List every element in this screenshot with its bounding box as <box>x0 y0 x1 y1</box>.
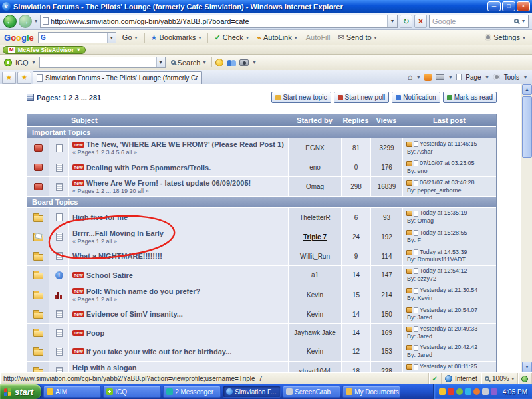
taskbar-item-aim[interactable]: AIM <box>43 386 101 398</box>
topic-pages-links[interactable]: « Pages 1 2 3 4 5 6 all » <box>72 149 137 156</box>
address-url[interactable]: http://www.simviation.com/cgi-bin/yabb2/… <box>51 17 385 25</box>
scroll-up-arrow[interactable]: ▲ <box>522 84 532 95</box>
taskbar-item-icq[interactable]: ICQ <box>103 386 161 398</box>
start-button[interactable]: start <box>0 384 41 399</box>
last-post-author[interactable]: By: Romulus111VADT <box>406 256 466 264</box>
contacts-icon[interactable] <box>227 59 236 66</box>
topic-starter-link[interactable]: eno <box>288 158 341 176</box>
topic-starter-link[interactable]: Kevin <box>288 285 341 305</box>
refresh-button[interactable]: ↻ <box>400 15 412 28</box>
topic-subject-link[interactable]: The New, 'WHERE ARE WE FROM?' (Please Re… <box>86 140 284 148</box>
last-post-author[interactable]: By: Kevin <box>406 295 432 303</box>
topic-subject-link[interactable]: Brrrr...Fall Moving In Early <box>72 229 164 237</box>
send-to-button[interactable]: ✉Send to▾ <box>336 33 379 43</box>
topic-subject-link[interactable]: High five for me <box>72 213 128 221</box>
forward-button[interactable]: → <box>19 15 32 28</box>
last-post-author[interactable]: By: Jared <box>406 352 432 360</box>
feeds-icon[interactable] <box>424 74 432 81</box>
last-post-icon[interactable] <box>406 180 412 186</box>
google-search-dropdown[interactable]: ▾ <box>107 33 116 43</box>
last-post-author[interactable]: By: pepper_airborne <box>406 187 462 195</box>
smiley-icon[interactable] <box>215 59 223 66</box>
mcafee-siteadvisor-button[interactable]: M McAfee SiteAdvisor ▾ <box>3 46 86 54</box>
topic-starter-link[interactable]: Jayhawk Jake <box>288 324 341 342</box>
topic-subject-link[interactable]: If you take your wife out for her birthd… <box>86 348 232 356</box>
page-menu-button[interactable]: Page <box>466 74 481 81</box>
google-search-input[interactable]: G ▾ <box>38 32 116 43</box>
topic-subject-link[interactable]: School Satire <box>86 271 133 279</box>
last-post-icon[interactable] <box>406 327 412 332</box>
topic-subject-link[interactable]: Evidence of SimV insanity... <box>86 310 183 318</box>
last-post-icon[interactable] <box>406 211 412 216</box>
topic-subject-link[interactable]: Help with a slogan <box>72 364 137 372</box>
topic-starter-link[interactable]: stuart1044 <box>288 362 341 372</box>
taskbar-item-my-documents[interactable]: My Documents <box>342 386 400 398</box>
tab-active[interactable]: Simviation Forums - The Pilots' Lounge (… <box>33 71 202 84</box>
last-post-icon[interactable] <box>406 345 412 350</box>
tray-icon-7[interactable] <box>491 388 497 395</box>
topic-pages-links[interactable]: « Pages 1 2 ... 18 19 20 all » <box>72 188 149 194</box>
back-button[interactable]: ← <box>3 15 17 28</box>
google-go-button[interactable]: Go▾ <box>120 33 140 42</box>
google-settings-button[interactable]: Settings▾ <box>483 33 528 42</box>
topic-starter-link[interactable]: EGNX <box>288 138 341 158</box>
scrollbar-thumb[interactable] <box>522 96 532 158</box>
topic-subject-link[interactable]: Where Are We From! - latest update 06/09… <box>86 179 251 187</box>
last-post-icon[interactable] <box>406 307 412 313</box>
start-new-poll-button[interactable]: Start new poll <box>334 92 390 103</box>
favorites-center-button[interactable]: ★ <box>2 72 16 84</box>
icq-dropdown[interactable]: ▾ <box>32 59 36 65</box>
topic-starter-link[interactable]: Willit_Run <box>288 247 341 265</box>
icq-flower-icon[interactable] <box>4 59 12 66</box>
taskbar-item-simviation[interactable]: Simviation F... <box>223 386 281 398</box>
last-post-author[interactable]: By: Ashar <box>406 148 433 156</box>
topic-subject-link[interactable]: Which name do you prefer? <box>104 287 200 295</box>
spellcheck-button[interactable]: ✓Check▾ <box>212 33 251 43</box>
topic-pages-links[interactable]: « Pages 1 2 all » <box>72 296 117 303</box>
last-post-icon[interactable] <box>406 288 412 293</box>
autofill-button[interactable]: AutoFill <box>304 33 332 42</box>
bookmarks-button[interactable]: ★Bookmarks▾ <box>149 33 204 43</box>
last-post-author[interactable]: By: Jared <box>406 314 432 322</box>
topic-starter-link[interactable]: Kevin <box>288 305 341 323</box>
tray-icon-4[interactable] <box>465 388 471 395</box>
last-post-icon[interactable] <box>406 250 412 255</box>
topic-subject-link[interactable]: Poop <box>86 329 105 337</box>
close-button[interactable]: × <box>517 1 530 11</box>
webcam-icon[interactable] <box>239 59 249 66</box>
last-post-author[interactable]: By: eno <box>406 168 428 176</box>
tray-icon-2[interactable] <box>448 388 454 395</box>
zoom-control[interactable]: 100% ▾ <box>481 373 518 384</box>
topic-subject-link[interactable]: What a NIGHTMARE!!!!!!!! <box>72 252 162 260</box>
last-post-icon[interactable] <box>406 269 412 274</box>
autolink-button[interactable]: ⌁AutoLink▾ <box>255 33 300 42</box>
print-icon[interactable] <box>436 74 444 80</box>
add-favorite-button[interactable]: ★ <box>17 72 31 84</box>
icq-search-button[interactable]: Search▾ <box>169 58 209 67</box>
browser-search-box[interactable]: Google ▾ <box>429 15 529 28</box>
taskbar-item-screengrab[interactable]: ScreenGrab <box>283 386 340 398</box>
address-field[interactable]: http://www.simviation.com/cgi-bin/yabb2/… <box>40 15 398 28</box>
taskbar-item-messenger[interactable]: 2 Messenger <box>163 386 221 398</box>
topic-starter-link[interactable]: a1 <box>288 266 341 284</box>
last-post-icon[interactable] <box>406 230 412 235</box>
topic-starter-link[interactable]: Kevin <box>288 342 341 360</box>
tray-icon-3[interactable] <box>456 388 463 395</box>
last-post-icon[interactable] <box>406 142 412 147</box>
home-icon[interactable]: ⌂ <box>408 72 412 82</box>
tools-menu-button[interactable]: Tools <box>504 74 519 81</box>
topic-starter-link[interactable]: Triple 7 <box>288 227 341 247</box>
address-dropdown[interactable]: ▾ <box>387 15 397 27</box>
tray-icon-5[interactable] <box>473 388 480 395</box>
search-icon[interactable] <box>514 19 519 23</box>
tray-icon-1[interactable] <box>439 388 446 395</box>
tray-icon-6[interactable] <box>482 388 489 395</box>
last-post-author[interactable]: By: Jared <box>406 333 432 341</box>
mark-as-read-button[interactable]: Mark as read <box>443 92 497 103</box>
minimize-button[interactable]: ─ <box>487 1 501 11</box>
notification-button[interactable]: Notification <box>392 92 440 103</box>
stop-button[interactable]: × <box>414 15 427 28</box>
last-post-author[interactable]: By: F <box>406 237 421 245</box>
webcam-dropdown[interactable]: ▾ <box>252 59 256 65</box>
pages-links[interactable]: Pages: 1 2 3 ... 281 <box>37 94 101 102</box>
